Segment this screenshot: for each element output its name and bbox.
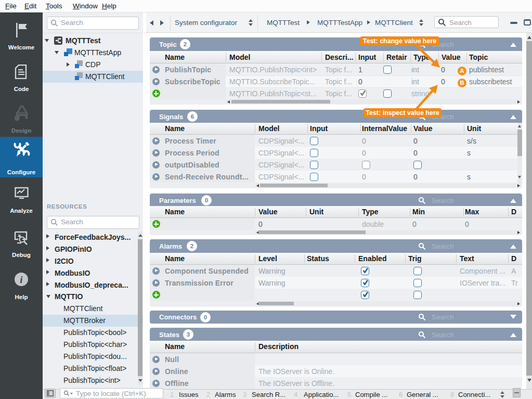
svg-text:i: i xyxy=(20,274,23,285)
